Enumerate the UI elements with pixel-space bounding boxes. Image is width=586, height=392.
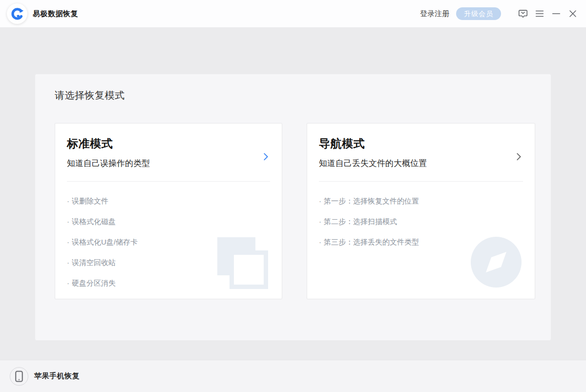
app-logo-icon xyxy=(7,3,27,24)
list-item: 误清空回收站 xyxy=(67,258,270,268)
titlebar: 易极数据恢复 登录注册 升级会员 xyxy=(0,0,586,28)
upgrade-member-button[interactable]: 升级会员 xyxy=(456,7,501,20)
main-area: 请选择恢复模式 标准模式 知道自己误操作的类型 误删除文件 误格式化磁盘 误格式… xyxy=(0,28,586,360)
footer-bar: 苹果手机恢复 xyxy=(0,360,586,392)
login-register-link[interactable]: 登录注册 xyxy=(420,9,449,19)
list-item: 误删除文件 xyxy=(67,197,270,206)
card-subtitle: 知道自己误操作的类型 xyxy=(67,158,270,169)
page-title: 请选择恢复模式 xyxy=(55,89,125,102)
navigation-mode-list: 第一步：选择恢复文件的位置 第二步：选择扫描模式 第三步：选择丢失的文件类型 xyxy=(319,197,523,247)
feedback-icon[interactable] xyxy=(518,8,528,19)
list-item: 误格式化U盘/储存卡 xyxy=(67,238,270,247)
divider xyxy=(67,181,270,182)
titlebar-right: 登录注册 升级会员 xyxy=(420,7,578,20)
iphone-recovery-button[interactable]: 苹果手机恢复 xyxy=(10,367,80,386)
card-title: 标准模式 xyxy=(67,136,270,151)
chevron-right-icon[interactable] xyxy=(513,151,524,162)
chevron-right-icon[interactable] xyxy=(260,151,271,162)
list-item: 第三步：选择丢失的文件类型 xyxy=(319,238,523,247)
menu-icon[interactable] xyxy=(534,8,545,19)
titlebar-left: 易极数据恢复 xyxy=(7,3,78,24)
minimize-icon[interactable] xyxy=(551,8,562,19)
list-item: 第二步：选择扫描模式 xyxy=(319,217,523,227)
footer-label: 苹果手机恢复 xyxy=(34,371,80,381)
list-item: 第一步：选择恢复文件的位置 xyxy=(319,197,523,206)
phone-icon xyxy=(10,367,28,386)
list-item: 硬盘分区消失 xyxy=(67,279,270,288)
card-title: 导航模式 xyxy=(319,136,523,151)
card-subtitle: 知道自己丢失文件的大概位置 xyxy=(319,158,523,169)
list-item: 误格式化磁盘 xyxy=(67,217,270,227)
divider xyxy=(319,181,523,182)
standard-mode-list: 误删除文件 误格式化磁盘 误格式化U盘/储存卡 误清空回收站 硬盘分区消失 xyxy=(67,197,270,288)
standard-mode-card[interactable]: 标准模式 知道自己误操作的类型 误删除文件 误格式化磁盘 误格式化U盘/储存卡 … xyxy=(55,123,282,299)
app-title: 易极数据恢复 xyxy=(33,9,78,19)
navigation-mode-card[interactable]: 导航模式 知道自己丢失文件的大概位置 第一步：选择恢复文件的位置 第二步：选择扫… xyxy=(307,123,535,299)
close-icon[interactable] xyxy=(567,8,578,19)
mode-selection-panel: 请选择恢复模式 标准模式 知道自己误操作的类型 误删除文件 误格式化磁盘 误格式… xyxy=(35,74,551,340)
